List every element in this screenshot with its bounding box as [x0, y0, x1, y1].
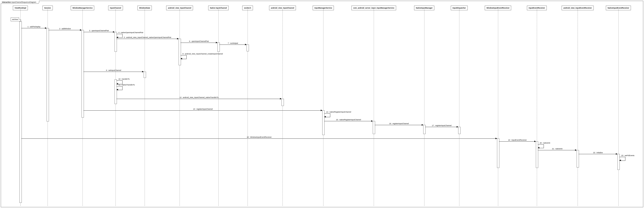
activation-12: [423, 125, 426, 134]
message-label-18: 18 : WindowInputEventReceiver: [22, 136, 496, 138]
message-3: [84, 32, 114, 32]
message-22: [578, 154, 618, 154]
message-label-21: 21 : nativeInit: [539, 148, 576, 150]
message-12: [116, 99, 282, 99]
activation-14: [497, 138, 499, 168]
activation-8: [246, 45, 249, 51]
message-label-23: 23 : setFdEvents: [621, 155, 634, 156]
activation-17: [618, 154, 620, 170]
arrow-icon: [116, 89, 118, 91]
message-label-9: 9 : setInputChannel: [84, 69, 143, 71]
lifeline-line-8: [282, 9, 283, 206]
message-9: [84, 72, 144, 72]
message-label-19: 19 : InputEventReceiver: [500, 139, 535, 141]
found-message-note: setView: [11, 17, 21, 21]
message-2: [48, 30, 82, 30]
message-label-12: 12 : android_view_InputChannel_nativeTra…: [118, 97, 280, 98]
activation-16: [577, 150, 579, 168]
message-16: [375, 125, 423, 125]
message-label-13: 13 : registerInputChannel: [84, 108, 321, 110]
lifeline-line-14: [537, 9, 537, 206]
lifeline-line-11: [424, 9, 424, 206]
sequence-diagram-frame: interaction InputChannelSequenceDiagram …: [1, 1, 643, 207]
activation-9: [282, 99, 284, 106]
message-label-1: 1 : addToDisplay: [22, 26, 46, 28]
message-6: [180, 43, 218, 43]
activation-0: [20, 21, 22, 203]
message-label-4: 4 : nativeOpenInputChannelPair: [118, 32, 143, 33]
lifeline-line-9: [323, 9, 324, 206]
message-19: [499, 141, 536, 142]
message-18: [21, 138, 497, 139]
message-label-5: 5 : android_view_InputChannel_nativeOpen…: [118, 36, 178, 38]
activation-2: [82, 30, 84, 117]
message-15: [324, 121, 373, 121]
activation-13: [458, 127, 460, 134]
message-label-20: 20 : nativeInit: [540, 142, 550, 144]
message-label-8: 8 : android_view_InputChannel_createInpu…: [182, 53, 223, 55]
lifeline-line-16: [618, 9, 618, 206]
activation-7: [218, 43, 220, 52]
message-label-2: 2 : addWindow: [50, 28, 80, 30]
frame-name: InputChannelSequenceDiagram: [12, 1, 36, 3]
arrow-icon: [324, 116, 326, 117]
message-label-16: 16 : registerInputChannel: [376, 123, 422, 124]
activation-1: [46, 28, 49, 121]
message-label-10: 10 : transferTo: [118, 78, 130, 80]
message-label-6: 6 : openInputChannelPair: [182, 40, 216, 42]
message-label-14: 14 : nativeRegisterInputChannel: [326, 111, 351, 113]
message-label-3: 3 : openInputChannelPair: [84, 30, 114, 32]
message-5: [116, 39, 178, 39]
lifeline-line-7: [248, 9, 248, 206]
arrow-icon: [180, 58, 182, 59]
frame-title: interaction InputChannelSequenceDiagram: [1, 1, 39, 4]
message-label-7: 7 : socketpair: [220, 42, 246, 44]
message-label-11: 11 : nativeTransferTo: [118, 84, 135, 86]
arrow-icon: [619, 160, 621, 161]
activation-5: [144, 72, 146, 78]
message-label-17: 17 : registerInputChannel: [426, 124, 457, 126]
message-21: [538, 150, 577, 150]
activation-11: [373, 121, 375, 134]
lifeline-line-10: [374, 9, 374, 206]
arrow-icon: [116, 83, 118, 85]
message-label-15: 15 : nativeRegisterInputChannel: [325, 119, 372, 121]
lifeline-line-15: [578, 9, 578, 206]
message-label-22: 22 : initialize: [580, 152, 616, 154]
lifeline-line-13: [498, 9, 498, 206]
frame-keyword: interaction: [2, 1, 11, 3]
